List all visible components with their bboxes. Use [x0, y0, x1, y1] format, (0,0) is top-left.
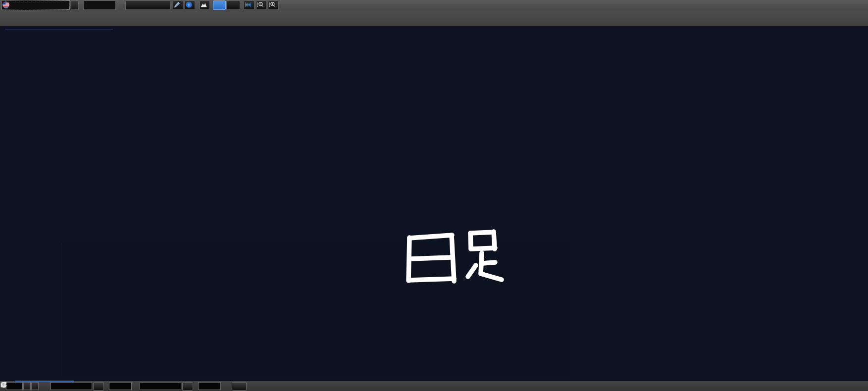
svg-text:i: i [188, 2, 189, 7]
time-from-input [109, 382, 132, 390]
zoom-out-icon [256, 1, 264, 8]
mountain-chart-icon [200, 1, 207, 8]
info-icon: i [185, 1, 193, 8]
date-from-input[interactable] [51, 382, 92, 390]
bar-count-input[interactable] [6, 382, 23, 390]
bid-toggle-button[interactable] [213, 0, 226, 10]
currency-pair-selector[interactable] [1, 0, 70, 10]
pencil-icon [173, 1, 181, 8]
currency-dropdown-button[interactable] [71, 0, 79, 10]
count-decrement-button[interactable] [23, 382, 31, 390]
ask-toggle-button[interactable] [226, 0, 240, 10]
chart-application: i [0, 0, 868, 391]
inset-chart-window[interactable] [61, 242, 572, 376]
status-bar [0, 381, 868, 391]
draw-pencil-button[interactable] [173, 0, 183, 10]
timeframe-selector[interactable] [83, 0, 116, 10]
toolbar-primary: i [0, 0, 868, 11]
chart-window-button[interactable] [244, 0, 255, 10]
toolbar-drawing [0, 11, 868, 26]
reload-button[interactable] [232, 382, 247, 391]
data-panel [5, 29, 113, 30]
count-increment-button[interactable] [31, 382, 39, 390]
zoom-out-button[interactable] [256, 0, 267, 10]
waveform-icon [244, 1, 252, 8]
chart-style-button[interactable] [200, 0, 210, 10]
inset-chart-svg [61, 242, 572, 376]
calendar-from-button[interactable] [93, 382, 104, 391]
reload-icon [0, 381, 7, 389]
time-to-input [198, 382, 221, 390]
us-flag-icon [2, 1, 10, 8]
info-button[interactable]: i [185, 0, 195, 10]
zoom-in-icon [268, 1, 276, 8]
calendar-to-button[interactable] [182, 382, 193, 391]
zoom-in-button[interactable] [268, 0, 279, 10]
window-edge-highlight [15, 381, 74, 382]
technical-select-button[interactable] [125, 0, 171, 10]
date-to-input[interactable] [140, 382, 181, 390]
